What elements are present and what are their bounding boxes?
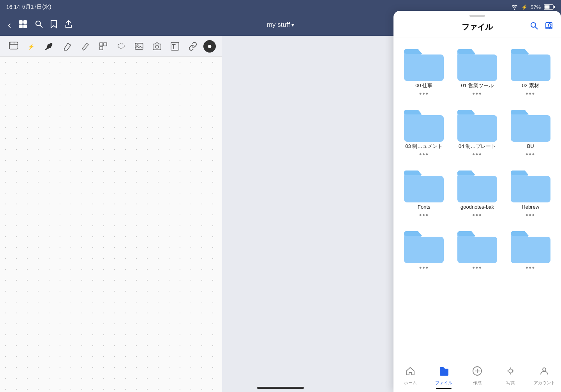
svg-rect-34 (404, 237, 444, 263)
folder-item-f1[interactable]: 00 仕事 ••• (398, 44, 450, 101)
tab-label-photos: 写真 (506, 380, 515, 386)
search-button[interactable] (35, 20, 43, 30)
tab-label-files: ファイル (435, 380, 452, 386)
dot-grid (0, 57, 222, 392)
select-tool[interactable] (6, 39, 21, 54)
folder-item-f9[interactable]: Hebrew ••• (505, 165, 556, 223)
image-tool[interactable] (132, 39, 146, 54)
toolbar: ⚡ (0, 36, 222, 57)
svg-rect-4 (23, 20, 27, 24)
panel-edit-button[interactable] (545, 21, 553, 32)
folder-item-f4[interactable]: 03 制…ュメント ••• (398, 104, 450, 162)
svg-rect-30 (511, 115, 550, 142)
folder-item-f5[interactable]: 04 制…プレート ••• (452, 104, 503, 162)
share-button[interactable] (64, 20, 73, 30)
folder-icon-f8 (456, 168, 499, 202)
svg-text:⚡: ⚡ (28, 44, 35, 50)
tab-item-create[interactable]: 作成 (460, 364, 494, 387)
link-tool[interactable] (185, 39, 200, 54)
camera-tool[interactable] (150, 39, 164, 54)
folder-name-f9: Hebrew (522, 204, 539, 211)
nav-title[interactable]: my stuff ▾ (267, 21, 294, 29)
folder-menu-f8[interactable]: ••• (473, 211, 482, 220)
folder-icon-f3 (509, 47, 552, 81)
svg-line-22 (535, 27, 538, 29)
bookmark-button[interactable] (50, 20, 57, 30)
file-panel: ファイル (393, 11, 561, 392)
tab-item-account[interactable]: アカウント (527, 364, 561, 387)
text-tool[interactable]: T (168, 39, 182, 54)
tab-icon-create (472, 366, 482, 378)
folder-menu-f7[interactable]: ••• (419, 211, 429, 220)
folder-menu-f3[interactable]: ••• (526, 90, 535, 98)
folder-menu-f2[interactable]: ••• (473, 90, 482, 98)
grid-button[interactable] (18, 19, 28, 31)
folder-menu-f5[interactable]: ••• (473, 151, 482, 159)
folder-item-f12[interactable]: ••• (505, 226, 556, 275)
svg-point-18 (155, 45, 159, 48)
folder-menu-f10[interactable]: ••• (419, 264, 429, 272)
canvas-area (0, 57, 222, 392)
folder-menu-f12[interactable]: ••• (526, 264, 535, 272)
nav-left: ‹ (8, 19, 73, 31)
svg-rect-27 (511, 54, 550, 81)
folder-item-f2[interactable]: 01 営業ツール ••• (452, 44, 503, 101)
folder-name-f4: 03 制…ュメント (405, 143, 443, 150)
lasso-tool[interactable] (114, 39, 129, 54)
svg-rect-25 (404, 54, 444, 81)
tab-item-home[interactable]: ホーム (393, 364, 427, 387)
panel-search-button[interactable] (530, 21, 538, 32)
folder-item-f11[interactable]: ••• (452, 226, 503, 275)
folder-name-f2: 01 営業ツール (461, 83, 493, 89)
folder-icon-f1 (402, 47, 445, 81)
svg-rect-28 (404, 115, 444, 142)
folder-item-f3[interactable]: 02 素材 ••• (505, 44, 556, 101)
folder-item-f8[interactable]: goodnotes-bak ••• (452, 165, 503, 223)
bluetooth-pen-tool[interactable]: ⚡ (24, 39, 39, 54)
svg-point-41 (543, 368, 546, 371)
status-time: 16:14 (6, 4, 20, 10)
svg-rect-1 (554, 6, 555, 8)
pen-tool[interactable] (42, 39, 57, 54)
folder-icon-f5 (456, 107, 499, 142)
folder-menu-f6[interactable]: ••• (526, 151, 535, 159)
highlighter-tool[interactable] (78, 39, 93, 54)
folder-icon-f11 (456, 229, 499, 263)
svg-text:T: T (172, 43, 176, 50)
tab-label-home: ホーム (404, 380, 417, 386)
tab-item-files[interactable]: ファイル (427, 364, 460, 391)
wifi-icon (511, 4, 518, 10)
style-tool[interactable]: ● (203, 40, 216, 53)
svg-rect-29 (457, 115, 497, 142)
tab-active-indicator (436, 388, 452, 389)
svg-point-16 (137, 44, 138, 46)
folder-name-f6: BU (527, 143, 534, 150)
tab-item-photos[interactable]: 写真 (494, 364, 527, 387)
svg-rect-35 (457, 237, 497, 263)
shapes-tool[interactable] (96, 39, 111, 54)
folder-icon-f9 (509, 168, 552, 202)
svg-point-14 (118, 44, 124, 48)
tab-icon-photos (506, 366, 516, 378)
folder-item-f10[interactable]: ••• (398, 226, 450, 275)
svg-rect-5 (19, 25, 23, 28)
folder-menu-f11[interactable]: ••• (473, 264, 482, 272)
svg-rect-6 (23, 25, 27, 28)
tab-icon-account (539, 366, 549, 378)
folder-item-f6[interactable]: BU ••• (505, 104, 556, 162)
svg-rect-13 (100, 47, 103, 50)
svg-point-40 (509, 369, 513, 373)
folder-menu-f9[interactable]: ••• (526, 211, 535, 220)
dropdown-icon: ▾ (291, 22, 294, 28)
eraser-tool[interactable] (60, 39, 75, 54)
folder-name-f5: 04 制…プレート (459, 143, 496, 150)
folder-name-f1: 00 仕事 (415, 83, 432, 89)
svg-rect-11 (100, 43, 103, 46)
svg-rect-2 (545, 5, 550, 9)
folder-menu-f1[interactable]: ••• (419, 90, 429, 98)
back-button[interactable]: ‹ (8, 19, 11, 31)
folder-menu-f4[interactable]: ••• (419, 151, 429, 159)
folder-name-f3: 02 素材 (522, 83, 539, 89)
status-bar-right: ⚡ 57% (511, 4, 555, 10)
folder-item-f7[interactable]: Fonts ••• (398, 165, 450, 223)
